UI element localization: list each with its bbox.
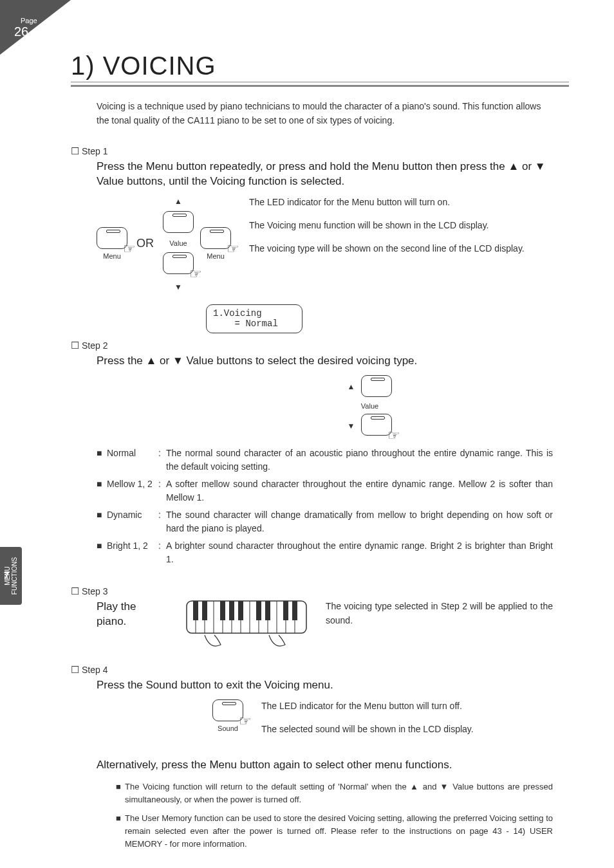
step4-note2: The selected sound will be shown in the … — [261, 723, 553, 737]
list-item: ■ Normal : The normal sound character of… — [97, 447, 553, 474]
lcd-line1: 1.Voicing — [213, 309, 295, 319]
sound-button-icon: ☞ — [212, 699, 243, 721]
hand-icon: ☞ — [227, 241, 239, 257]
value-down-button-icon: ☞ — [163, 252, 194, 274]
or-text: OR — [136, 237, 154, 250]
value-label: Value — [169, 239, 187, 247]
list-item: ■ The Voicing function will return to th… — [116, 780, 553, 806]
menu-button-icon-2: ☞ — [200, 227, 231, 249]
step1-diagram: ☞ Menu OR Value ☞ — [97, 196, 231, 291]
down-arrow-icon — [174, 281, 182, 291]
step3-instruction: Play the piano. — [97, 600, 167, 629]
step4-note1: The LED indicator for the Menu button wi… — [261, 699, 553, 714]
intro-text: Voicing is a technique used by piano tec… — [97, 100, 553, 127]
section-name: MENUFUNCTIONS — [4, 557, 18, 595]
hand-icon: ☞ — [387, 427, 400, 444]
svg-rect-17 — [238, 601, 243, 620]
step1-heading: ☐Step 1 — [71, 145, 553, 157]
sound-button-label: Sound — [218, 725, 238, 732]
svg-rect-19 — [265, 601, 270, 620]
svg-rect-20 — [283, 601, 288, 620]
step4-heading: ☐Step 4 — [71, 664, 553, 676]
list-item: ■ Dynamic : The sound character will cha… — [97, 508, 553, 535]
svg-rect-16 — [229, 601, 234, 620]
value-up-button-icon — [361, 375, 392, 397]
hand-icon: ☞ — [123, 241, 136, 257]
keyboard-icon — [185, 600, 308, 651]
value-label: Value — [361, 402, 378, 410]
svg-rect-14 — [202, 601, 207, 620]
list-item: ■ Bright 1, 2 : A brighter sound charact… — [97, 539, 553, 566]
step1-instruction: Press the Menu button repeatedly, or pre… — [97, 160, 553, 189]
list-item: ■ Mellow 1, 2 : A softer mellow sound ch… — [97, 477, 553, 504]
section-side-tab: 7 MENUFUNCTIONS — [0, 547, 22, 605]
step2-diagram: Value ☞ — [187, 375, 553, 438]
step3-note: The voicing type selected in Step 2 will… — [326, 600, 553, 627]
lcd-display: 1.Voicing = Normal — [206, 304, 302, 333]
svg-rect-18 — [256, 601, 261, 620]
menu-button-label-2: Menu — [207, 252, 225, 260]
list-item: ■ The User Memory function can be used t… — [116, 812, 553, 851]
step1-note3: The voicing type will be shown on the se… — [249, 242, 553, 256]
page-corner: Page 26 — [0, 0, 71, 55]
step2-heading: ☐Step 2 — [71, 340, 553, 351]
down-arrow-icon — [348, 420, 355, 430]
up-arrow-icon — [348, 381, 355, 391]
step2-instruction: Press the ▲ or ▼ Value buttons to select… — [97, 354, 553, 369]
svg-rect-21 — [292, 601, 297, 620]
up-arrow-icon — [174, 196, 182, 206]
value-up-button-icon — [163, 211, 194, 233]
voicing-type-list: ■ Normal : The normal sound character of… — [97, 447, 553, 566]
svg-rect-13 — [193, 601, 198, 620]
alternative-instruction: Alternatively, press the Menu button aga… — [97, 758, 553, 773]
menu-button-label: Menu — [103, 252, 121, 260]
step1-note1: The LED indicator for the Menu button wi… — [249, 196, 553, 210]
page-title: 1) VOICING — [71, 51, 569, 80]
title-underline: 1) VOICING — [71, 51, 569, 87]
lcd-line2: = Normal — [213, 319, 295, 329]
step4-diagram: ☞ Sound — [212, 699, 243, 732]
page-label: Page — [21, 17, 37, 24]
hand-icon: ☞ — [189, 266, 202, 282]
menu-button-icon: ☞ — [97, 227, 127, 249]
step4-instruction: Press the Sound button to exit the Voici… — [97, 678, 553, 693]
footnotes: ■ The Voicing function will return to th… — [116, 780, 553, 851]
step1-note2: The Voicing menu function will be shown … — [249, 219, 553, 233]
step3-heading: ☐Step 3 — [71, 586, 553, 597]
svg-rect-15 — [220, 601, 225, 620]
hand-icon: ☞ — [239, 713, 252, 730]
value-down-button-icon: ☞ — [361, 414, 392, 436]
page-number: 26 — [14, 24, 28, 39]
